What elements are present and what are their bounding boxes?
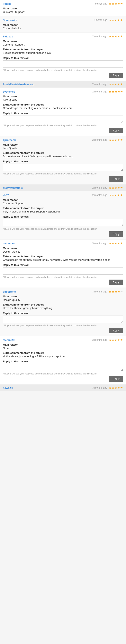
- reply-textarea[interactable]: [3, 364, 123, 371]
- reply-btn-row: Reply: [3, 231, 123, 237]
- reviewer-name[interactable]: Sourcewire: [3, 18, 17, 22]
- review-block: Sourcewire 1 month ago ★★★★★ Main reason…: [0, 16, 126, 32]
- reply-label: Reply to this review:: [3, 56, 123, 60]
- privacy-note: * Buyers will see your response and emai…: [3, 69, 123, 71]
- star-filled: ★: [109, 242, 112, 245]
- time-ago: 3 months ago: [92, 242, 107, 245]
- reviewer-name[interactable]: agbortoko: [3, 290, 16, 293]
- star-filled: ★: [109, 194, 112, 197]
- reply-textarea[interactable]: [3, 60, 123, 68]
- reviewer-name[interactable]: Pisai-Rentabikesiemreap: [3, 83, 34, 86]
- review-block: 1protheme 2 months ago ★★★★★ Main reason…: [0, 136, 126, 184]
- reply-button[interactable]: Reply: [109, 376, 123, 382]
- extra-comments-label: Extra comments from the buyer:: [3, 151, 123, 154]
- reviewer-name[interactable]: kotsilo: [3, 2, 12, 5]
- privacy-note: * Buyers will see your response and emai…: [3, 372, 123, 375]
- privacy-note: * Buyers will see your response and emai…: [3, 124, 123, 126]
- star-filled: ★: [120, 338, 123, 342]
- star-filled: ★: [112, 138, 114, 142]
- star-filled: ★: [109, 18, 112, 22]
- header-right: 2 months ago ★★★★★: [92, 186, 123, 190]
- reply-section: Reply to this review: * Buyers will see …: [3, 56, 123, 78]
- star-rating: ★★★★★: [109, 242, 123, 245]
- star-filled: ★: [118, 338, 120, 342]
- star-filled: ★: [120, 2, 123, 5]
- reply-label: Reply to this review:: [3, 312, 123, 315]
- star-filled: ★: [114, 242, 118, 245]
- reply-button[interactable]: Reply: [109, 176, 123, 182]
- star-filled: ★: [109, 186, 112, 190]
- reply-section: Reply to this review: * Buyers will see …: [3, 160, 123, 182]
- header-right: 2 months ago ★★★★★: [92, 90, 123, 93]
- star-rating: ★★★★★: [109, 386, 123, 390]
- reply-button[interactable]: Reply: [109, 328, 123, 333]
- header-right: 3 months ago ★★★★★: [92, 338, 123, 342]
- review-header: 1protheme 2 months ago ★★★★★: [3, 138, 123, 142]
- reply-button[interactable]: Reply: [109, 72, 123, 78]
- reviewer-name[interactable]: 1protheme: [3, 138, 16, 142]
- review-block-simple: crazywebstudio 2 months ago ★★★★★: [0, 184, 126, 191]
- main-reason-label: Main reason:: [3, 343, 123, 346]
- header-right: 2 months ago ★★★★★: [92, 35, 123, 38]
- reply-section: Reply to this review: * Buyers will see …: [3, 312, 123, 333]
- star-filled: ★: [120, 82, 123, 86]
- star-filled: ★: [112, 2, 114, 5]
- star-filled: ★: [114, 2, 118, 5]
- reviewer-name[interactable]: crazywebstudio: [3, 186, 23, 190]
- review-block-simple: Pisai-Rentabikesiemreap 2 months ago ★★★…: [0, 81, 126, 88]
- time-ago: 2 months ago: [92, 186, 107, 189]
- reviewer-name[interactable]: stefan098: [3, 338, 15, 342]
- star-filled: ★: [109, 290, 112, 293]
- reply-button[interactable]: Reply: [109, 231, 123, 237]
- main-reason-value: Item Quality: [3, 147, 123, 150]
- extra-comments-value: Great design that meeting our demands. T…: [3, 106, 123, 110]
- main-reason-label: Main reason:: [3, 295, 123, 298]
- review-header: stefan098 3 months ago ★★★★★: [3, 338, 123, 342]
- review-block: agbortoko 3 months ago ★★★★★ Main reason…: [0, 288, 126, 336]
- star-filled: ★: [118, 18, 120, 22]
- review-header: Fidozgz 2 months ago ★★★★★: [3, 35, 123, 38]
- extra-comments-label: Extra comments from the buyer:: [3, 303, 123, 306]
- star-filled: ★: [118, 82, 120, 86]
- reviewer-name[interactable]: cythemes: [3, 242, 15, 245]
- review-block: cythemes 3 months ago ★★★★★ Main reason:…: [0, 240, 126, 288]
- star-filled: ★: [109, 90, 112, 93]
- reviewer-name[interactable]: nawazid: [3, 386, 13, 390]
- star-filled: ★: [114, 18, 118, 22]
- reply-textarea[interactable]: [3, 267, 123, 275]
- star-rating: ★★★★★: [109, 2, 123, 5]
- main-reason-label: Main reason:: [3, 40, 123, 43]
- review-block-simple: nawazid 3 months ago ★★★★★: [0, 384, 126, 391]
- reply-textarea[interactable]: [3, 219, 123, 226]
- extra-comments-value: all the above, just opening a E Bike sho…: [3, 355, 123, 358]
- star-rating: ★★★★★: [109, 186, 123, 190]
- star-filled: ★: [118, 386, 120, 390]
- reply-button[interactable]: Reply: [109, 280, 123, 285]
- review-block: ak87 2 months ago ★★★★★ Main reason: Cus…: [0, 192, 126, 239]
- main-reason-label: Main reason:: [3, 247, 123, 250]
- star-filled: ★: [118, 194, 120, 197]
- reviewer-name[interactable]: Fidozgz: [3, 35, 13, 38]
- review-block: Fidozgz 2 months ago ★★★★★ Main reason: …: [0, 33, 126, 80]
- reply-button[interactable]: Reply: [109, 128, 123, 133]
- star-filled: ★: [114, 186, 118, 190]
- time-ago: 3 months ago: [92, 386, 107, 389]
- review-block: cythemes 2 months ago ★★★★★ Main reason:…: [0, 88, 126, 136]
- reviewer-name[interactable]: cythemes: [3, 90, 15, 93]
- reply-label: Reply to this review:: [3, 360, 123, 363]
- extra-comments-label: Extra comments from the buyer:: [3, 351, 123, 354]
- reply-textarea[interactable]: [3, 164, 123, 171]
- main-reason-value: Customizability: [3, 27, 123, 30]
- reply-textarea[interactable]: [3, 116, 123, 123]
- review-header: cythemes 3 months ago ★★★★★: [3, 242, 123, 245]
- star-filled: ★: [109, 2, 112, 5]
- star-filled: ★: [120, 242, 123, 245]
- header-right: 2 months ago ★★★★★: [92, 194, 123, 197]
- star-filled: ★: [112, 35, 114, 38]
- reviewer-name[interactable]: ak87: [3, 194, 9, 197]
- star-filled: ★: [114, 35, 118, 38]
- star-filled: ★: [112, 338, 114, 342]
- review-header: Sourcewire 1 month ago ★★★★★: [3, 18, 123, 22]
- reply-textarea[interactable]: [3, 316, 123, 323]
- main-reason-value: Customer Support: [3, 202, 123, 205]
